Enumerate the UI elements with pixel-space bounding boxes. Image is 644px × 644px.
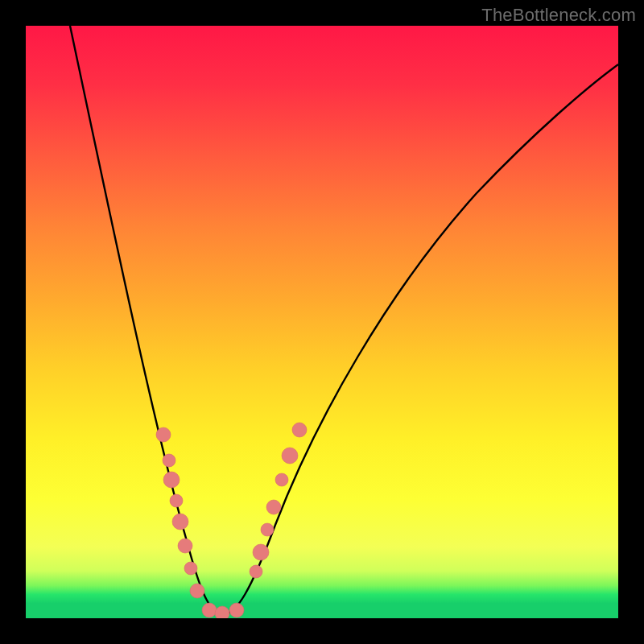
curve-marker xyxy=(178,539,192,553)
curve-marker xyxy=(275,473,288,486)
curve-marker xyxy=(163,472,180,488)
markers-bottom xyxy=(202,603,244,618)
markers-right xyxy=(250,423,307,578)
curve-marker xyxy=(215,606,229,618)
curve-marker xyxy=(292,423,307,437)
curve-marker xyxy=(266,500,281,514)
bottleneck-curve xyxy=(70,26,618,615)
curve-marker xyxy=(250,565,262,578)
chart-frame: TheBottleneck.com xyxy=(0,0,644,644)
curve-marker xyxy=(170,494,183,507)
curve-marker xyxy=(202,603,217,617)
curve-marker xyxy=(163,454,175,467)
curve-marker xyxy=(253,544,269,560)
curve-marker xyxy=(190,584,204,598)
curve-marker xyxy=(172,514,188,530)
plot-area xyxy=(26,26,618,618)
watermark-text: TheBottleneck.com xyxy=(481,5,636,26)
curve-marker xyxy=(156,427,171,442)
curve-marker xyxy=(184,562,197,575)
curve-marker xyxy=(229,603,244,617)
curve-marker xyxy=(261,523,274,536)
curve-marker xyxy=(282,448,298,464)
bottleneck-curve-svg xyxy=(26,26,618,618)
